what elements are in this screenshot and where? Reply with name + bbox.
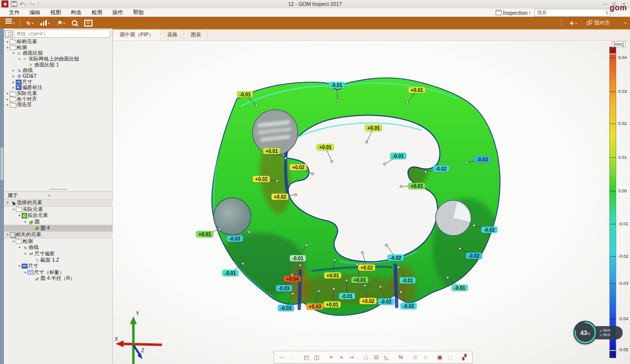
- deviation-label[interactable]: -0.02: [481, 227, 498, 233]
- collapse-icon[interactable]: ▾: [23, 220, 28, 224]
- expand-icon[interactable]: ▸: [5, 91, 10, 95]
- find-box[interactable]: [14, 30, 110, 38]
- deviation-label[interactable]: -0.01: [452, 285, 468, 291]
- collapse-icon[interactable]: ▾: [5, 233, 10, 237]
- scrollbar-thumb[interactable]: [0, 148, 3, 180]
- explorer-layout-icon[interactable]: [5, 30, 12, 37]
- collapse-icon[interactable]: ▾: [17, 57, 22, 61]
- deviation-label[interactable]: -0.02: [378, 299, 394, 305]
- menu-item-检测[interactable]: 检测: [87, 9, 107, 16]
- collapse-icon[interactable]: ▾: [11, 240, 16, 243]
- deviation-label[interactable]: -0.03: [474, 156, 491, 163]
- deviation-label[interactable]: +0.01: [365, 125, 382, 131]
- collapse-icon[interactable]: ▾: [23, 252, 28, 256]
- view-3d[interactable]: -0.01-0.01+0.01+0.01+0.01+0.01-0.01-0.03…: [113, 41, 630, 364]
- camera-button[interactable]: [81, 18, 96, 28]
- double-chevron-icon[interactable]: ▾▾: [604, 11, 610, 15]
- pip-compare-button[interactable]: ◫: [312, 353, 322, 362]
- belongs-tree-row[interactable]: ▾曲线: [4, 244, 126, 251]
- deviation-label[interactable]: +0.01: [408, 87, 425, 93]
- panel-splitter-grip[interactable]: [4, 187, 112, 191]
- tab-画中画（PIP）[interactable]: 画中画（PIP）: [113, 30, 160, 40]
- expand-icon[interactable]: ▸: [11, 86, 16, 90]
- tab-图表[interactable]: 图表: [184, 30, 208, 40]
- deviation-label[interactable]: -0.03: [276, 285, 292, 292]
- element-tree-row[interactable]: ▸GD&T: [4, 73, 120, 79]
- deviation-label[interactable]: -0.02: [433, 166, 449, 172]
- tiles-button[interactable]: ▞: [459, 353, 470, 362]
- deviation-label[interactable]: -0.03: [227, 236, 243, 242]
- deviation-label[interactable]: +0.01: [316, 144, 334, 151]
- deviation-label[interactable]: -0.01: [329, 82, 345, 89]
- menu-button[interactable]: ▾: [2, 18, 18, 28]
- belongs-tree-row[interactable]: ▾实际元素: [4, 207, 120, 213]
- collapse-icon[interactable]: ▾: [17, 213, 22, 217]
- point-button[interactable]: ⌖: [326, 353, 336, 362]
- bounding-box-button[interactable]: ⊡: [371, 353, 381, 362]
- belongs-header[interactable]: 属于 ▾: [4, 191, 112, 200]
- deviation-label[interactable]: +0.02: [271, 194, 288, 200]
- tab-表格[interactable]: 表格: [160, 30, 184, 40]
- deviation-label[interactable]: -0.02: [401, 303, 417, 309]
- deviation-label[interactable]: -0.01: [290, 255, 306, 262]
- chevron-down-icon[interactable]: ▾: [48, 194, 50, 198]
- menu-item-文件[interactable]: 文件: [4, 9, 25, 16]
- element-tree-row[interactable]: ▸尺寸: [4, 79, 120, 85]
- search-input[interactable]: [535, 10, 604, 15]
- element-tree-row[interactable]: ▸报告页: [4, 102, 114, 108]
- deviation-label[interactable]: -0.01: [339, 293, 355, 300]
- element-tree-row[interactable]: ▾检测: [4, 45, 114, 51]
- element-tree-row[interactable]: ▸曲线: [4, 67, 120, 73]
- add-point-button[interactable]: +: [336, 353, 346, 362]
- expand-icon[interactable]: ▸: [5, 40, 10, 44]
- global-search[interactable]: ▾▾: [535, 9, 610, 17]
- element-tree-row[interactable]: ▾实际网格上的曲面比较: [4, 56, 126, 62]
- deviation-label[interactable]: -0.03: [278, 305, 294, 311]
- collapse-icon[interactable]: ▾: [17, 264, 22, 268]
- deviation-label[interactable]: +0.01: [323, 302, 341, 308]
- link-button[interactable]: %: [396, 353, 406, 362]
- search-button[interactable]: [68, 18, 81, 28]
- menu-item-编辑[interactable]: 编辑: [25, 9, 45, 16]
- deviation-label[interactable]: -0.01: [222, 270, 239, 276]
- inspection-mode-dropdown[interactable]: Inspection ▾: [496, 10, 531, 16]
- expand-icon[interactable]: ▸: [11, 74, 16, 78]
- deviation-label[interactable]: +0.01: [263, 148, 280, 154]
- menu-item-视图[interactable]: 视图: [45, 9, 66, 16]
- save-icon[interactable]: [11, 1, 17, 7]
- belongs-tree-row[interactable]: ▾尺寸: [4, 263, 126, 270]
- deviation-label[interactable]: +0.02: [289, 164, 307, 171]
- progress-circle-overlay[interactable]: 43%: [573, 321, 597, 344]
- chart-button[interactable]: ▾: [37, 18, 53, 28]
- minimize-button[interactable]: —: [601, 1, 609, 7]
- menu-item-帮助[interactable]: 帮助: [128, 9, 149, 16]
- chevron-down-icon[interactable]: ▾: [625, 21, 626, 25]
- deviation-label[interactable]: +0.01: [351, 277, 368, 283]
- collapse-icon[interactable]: ▾: [23, 271, 28, 274]
- deviation-label[interactable]: -0.01: [237, 91, 253, 98]
- element-tree-row[interactable]: ▸偏差标注: [4, 85, 120, 91]
- add-element-button[interactable]: + ▾: [566, 18, 580, 28]
- belongs-tree-row[interactable]: ▾选择的元素: [4, 199, 114, 207]
- deviation-label[interactable]: -0.01: [390, 153, 407, 159]
- deviation-label[interactable]: +0.02: [252, 176, 270, 182]
- deviation-label[interactable]: +0.02: [359, 298, 377, 304]
- probe-button[interactable]: ⊸: [346, 353, 357, 362]
- deviation-label[interactable]: +0.04: [284, 276, 301, 282]
- deviation-label[interactable]: +0.02: [358, 265, 375, 271]
- select-region-button[interactable]: ◰: [301, 353, 312, 362]
- deviation-label[interactable]: +0.01: [408, 183, 425, 189]
- undo-icon[interactable]: ↶▾: [20, 1, 26, 7]
- deviation-label[interactable]: +0.01: [196, 231, 213, 238]
- rectangle-button[interactable]: □: [361, 353, 371, 362]
- collapse-icon[interactable]: ▾: [11, 51, 16, 55]
- collapse-icon[interactable]: ▾: [17, 245, 22, 249]
- menu-item-构造[interactable]: 构造: [66, 9, 87, 16]
- belongs-tree-row[interactable]: ▾相关的元素: [4, 231, 114, 239]
- flag-button[interactable]: ▾: [53, 18, 68, 28]
- expand-icon[interactable]: ▸: [5, 97, 10, 101]
- belongs-tree-row[interactable]: ▾检测: [4, 239, 120, 245]
- expand-icon[interactable]: ▸: [5, 103, 10, 107]
- deviation-colorbar[interactable]: 0.040.030.020.010.00-0.01-0.02-0.03-0.04…: [609, 47, 616, 359]
- curve-button[interactable]: ▾: [22, 18, 37, 28]
